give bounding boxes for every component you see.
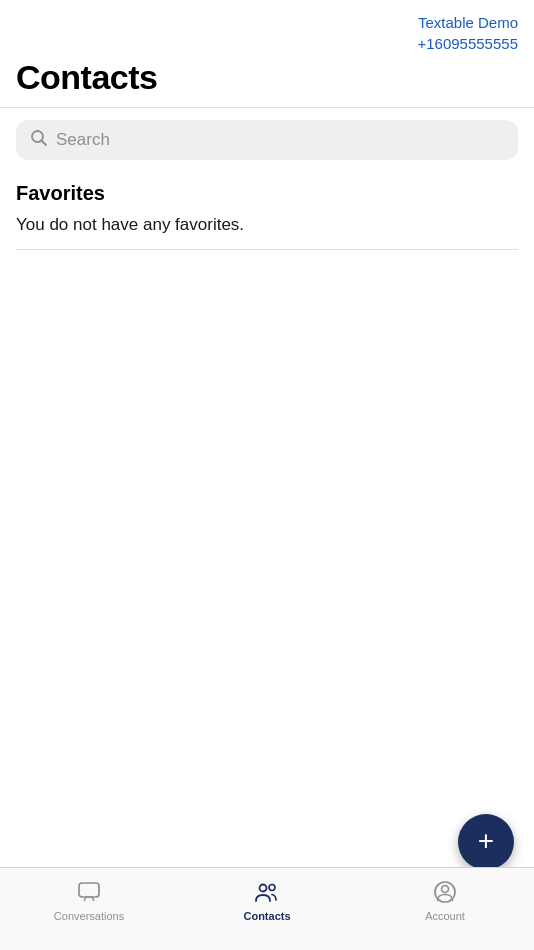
favorites-title: Favorites [16,182,518,205]
page-title: Contacts [16,58,518,97]
search-area[interactable]: Search [0,108,534,174]
tab-conversations[interactable]: Conversations [0,878,178,922]
svg-point-3 [260,885,267,892]
tab-contacts[interactable]: Contacts [178,878,356,922]
favorites-section: Favorites You do not have any favorites. [0,174,534,250]
account-icon [431,878,459,906]
contacts-tab-label: Contacts [243,910,290,922]
header: Textable Demo +16095555555 [0,0,534,54]
svg-point-4 [269,885,275,891]
add-icon: + [478,827,494,855]
svg-point-6 [442,886,449,893]
header-account-info[interactable]: Textable Demo +16095555555 [16,12,518,54]
account-name: Textable Demo [16,12,518,33]
conversations-tab-label: Conversations [54,910,124,922]
favorites-divider [16,249,518,250]
tab-account[interactable]: Account [356,878,534,922]
search-bar[interactable]: Search [16,120,518,160]
svg-line-1 [42,141,47,146]
svg-rect-2 [79,883,99,897]
search-icon [30,129,48,151]
favorites-empty-message: You do not have any favorites. [16,215,518,235]
page-title-area: Contacts [0,54,534,108]
search-placeholder-text: Search [56,130,110,150]
account-tab-label: Account [425,910,465,922]
tab-bar: Conversations Contacts Account [0,867,534,950]
contacts-icon [253,878,281,906]
account-phone: +16095555555 [16,33,518,54]
conversations-icon [75,878,103,906]
add-contact-button[interactable]: + [458,814,514,870]
